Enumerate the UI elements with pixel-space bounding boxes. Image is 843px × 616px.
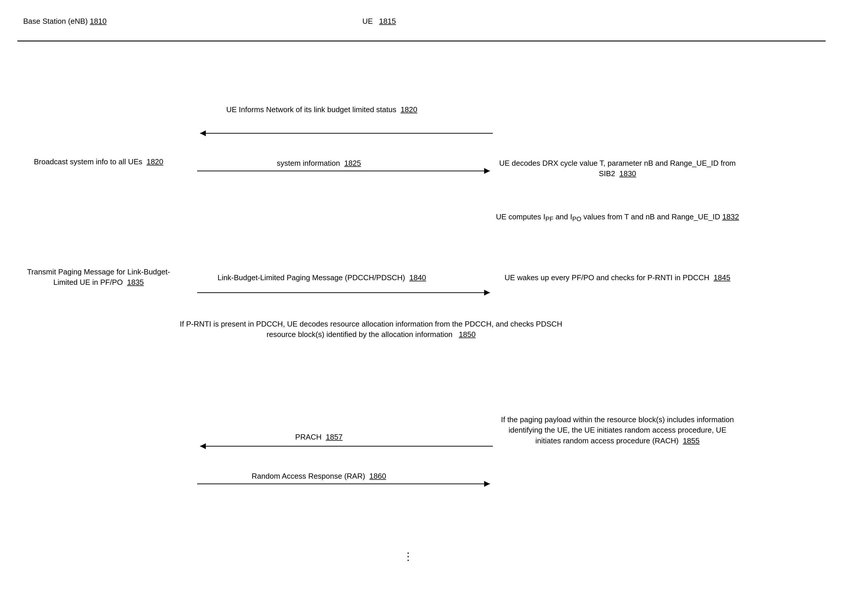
enb-header: Base Station (eNB) 1810 xyxy=(23,16,107,26)
ue-ref: 1815 xyxy=(379,17,396,25)
enb-ref: 1810 xyxy=(90,17,107,25)
center-ann1-text: If P-RNTI is present in PDCCH, UE decode… xyxy=(180,320,562,339)
msg2-ref: 1825 xyxy=(344,159,361,167)
svg-marker-9 xyxy=(484,481,490,487)
msg5-text: Random Access Response (RAR) xyxy=(252,472,365,480)
left-ann2-ref: 1835 xyxy=(127,278,144,286)
left-ann2-text: Transmit Paging Message for Link-Budget-… xyxy=(27,267,170,286)
svg-marker-1 xyxy=(200,131,206,136)
right-ann3-ref: 1845 xyxy=(714,273,730,282)
right-ann2-ref: 1832 xyxy=(722,213,739,221)
left-ann1-text: Broadcast system info to all UEs xyxy=(34,157,142,166)
msg1-label: UE Informs Network of its link budget li… xyxy=(203,104,441,115)
svg-marker-5 xyxy=(484,290,490,296)
left-ann1-ref: 1820 xyxy=(146,157,163,166)
arrows-svg xyxy=(0,0,843,616)
msg3-text: Link-Budget-Limited Paging Message (PDCC… xyxy=(217,273,405,282)
center-ann1-ref: 1850 xyxy=(459,330,476,339)
enb-label: Base Station (eNB) xyxy=(23,17,88,25)
msg5-ref: 1860 xyxy=(369,472,386,480)
msg5-label: Random Access Response (RAR) 1860 xyxy=(217,471,420,481)
left-ann2: Transmit Paging Message for Link-Budget-… xyxy=(18,267,180,288)
right-ann4: If the paging payload within the resourc… xyxy=(496,414,739,446)
msg3-label: Link-Budget-Limited Paging Message (PDCC… xyxy=(203,272,441,283)
right-ann3: UE wakes up every PF/PO and checks for P… xyxy=(496,272,739,283)
ue-label: UE xyxy=(362,17,373,25)
right-ann1: UE decodes DRX cycle value T, parameter … xyxy=(496,158,739,179)
header-divider xyxy=(18,41,825,41)
msg4-ref: 1857 xyxy=(326,433,343,441)
svg-marker-3 xyxy=(484,168,490,174)
msg2-text: system information xyxy=(277,159,340,167)
msg4-text: PRACH xyxy=(295,433,322,441)
right-ann3-text: UE wakes up every PF/PO and checks for P… xyxy=(505,273,710,282)
right-ann1-ref: 1830 xyxy=(619,169,636,178)
right-ann4-ref: 1855 xyxy=(683,436,699,445)
msg3-ref: 1840 xyxy=(409,273,426,282)
right-ann1-text: UE decodes DRX cycle value T, parameter … xyxy=(499,159,736,178)
msg1-text: UE Informs Network of its link budget li… xyxy=(226,105,397,114)
ue-header: UE 1815 xyxy=(362,16,396,26)
center-ann1: If P-RNTI is present in PDCCH, UE decode… xyxy=(168,319,574,340)
svg-marker-7 xyxy=(200,443,206,449)
msg1-ref: 1820 xyxy=(401,105,417,114)
continuation-dots: ⋮ xyxy=(403,550,414,563)
msg2-label: system information 1825 xyxy=(217,158,420,168)
diagram-container: Base Station (eNB) 1810 UE 1815 UE Infor… xyxy=(0,0,843,616)
right-ann2: UE computes IPF and IPO values from T an… xyxy=(496,211,739,224)
msg4-label: PRACH 1857 xyxy=(217,432,420,442)
left-ann1: Broadcast system info to all UEs 1820 xyxy=(18,157,180,167)
